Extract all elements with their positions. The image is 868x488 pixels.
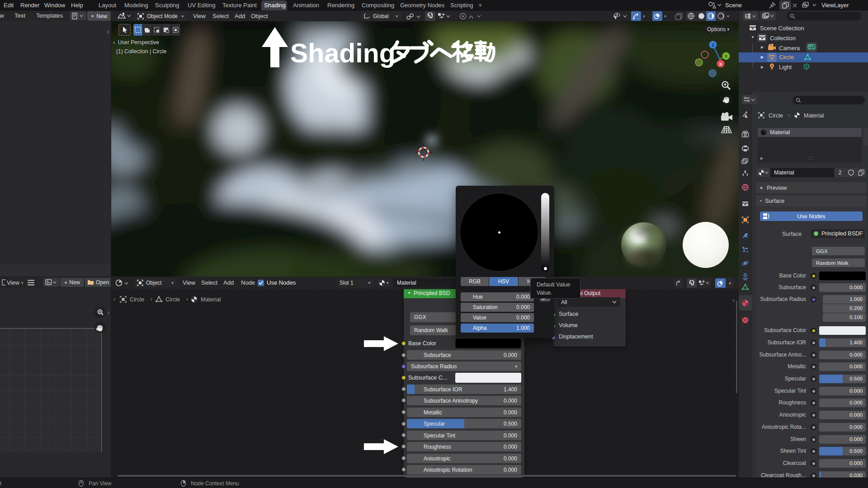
svg-text:Z: Z — [712, 43, 714, 47]
svg-text:X: X — [719, 62, 722, 66]
svg-text:Y: Y — [725, 54, 727, 59]
svg-text:Shading: Shading — [290, 38, 396, 68]
